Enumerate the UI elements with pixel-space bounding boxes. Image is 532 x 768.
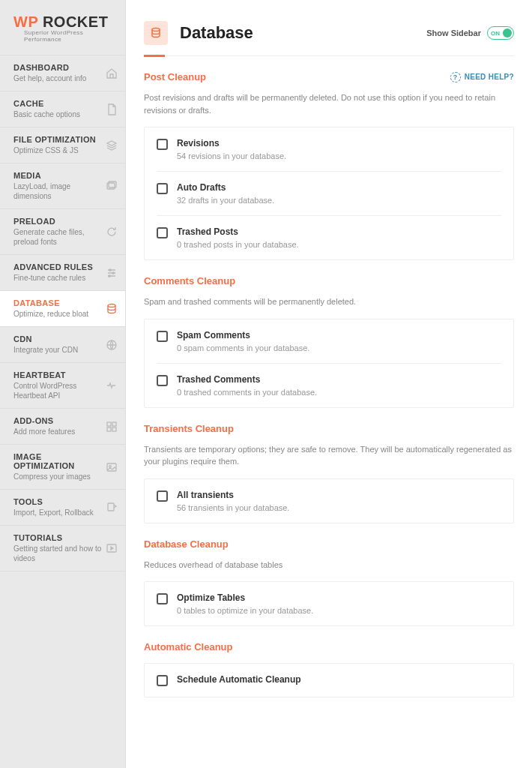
home-icon [106, 68, 118, 80]
svg-point-4 [109, 274, 110, 276]
sidebar-item-preload[interactable]: PRELOADGenerate cache files, preload fon… [0, 209, 125, 255]
nav-desc: Import, Export, Rollback [13, 508, 103, 518]
option-box: Spam Comments0 spam comments in your dat… [144, 319, 514, 408]
main-content: Database Show Sidebar ON Post Cleanup ? … [126, 0, 532, 768]
option-sub: 0 trashed comments in your database. [177, 388, 501, 397]
checkbox[interactable] [157, 490, 168, 502]
page-header: Database Show Sidebar ON [126, 0, 532, 56]
page-title: Database [180, 23, 253, 43]
section-title: Database Cleanup [144, 538, 229, 550]
section-database-cleanup: Database Cleanup Reduces overhead of dat… [126, 524, 532, 627]
need-help-link[interactable]: ? NEED HELP? [450, 72, 514, 82]
sidebar-item-advanced-rules[interactable]: ADVANCED RULESFine-tune cache rules [0, 255, 125, 291]
svg-point-15 [152, 28, 160, 32]
option-row: Auto Drafts32 drafts in your database. [157, 172, 501, 216]
section-transients-cleanup: Transients Cleanup Transients are tempor… [126, 408, 532, 524]
sidebar-item-dashboard[interactable]: DASHBOARDGet help, account info [0, 55, 125, 92]
logo-tagline: Superior WordPress Performance [24, 29, 115, 43]
checkbox[interactable] [157, 675, 168, 686]
option-title: Spam Comments [177, 330, 501, 340]
nav-desc: Basic cache options [13, 110, 103, 119]
need-help-label: NEED HELP? [465, 73, 514, 81]
option-row: Trashed Comments0 trashed comments in yo… [157, 364, 501, 407]
heartbeat-icon [106, 380, 118, 392]
option-sub: 32 drafts in your database. [177, 196, 501, 205]
show-sidebar-toggle[interactable]: ON [487, 26, 514, 40]
addons-icon [106, 421, 118, 433]
sidebar-item-tutorials[interactable]: TUTORIALSGetting started and how to vide… [0, 526, 125, 572]
nav-desc: Integrate your CDN [13, 345, 103, 355]
nav-title: ADD-ONS [13, 416, 103, 425]
option-row: Spam Comments0 spam comments in your dat… [157, 320, 501, 364]
header-rule [144, 56, 514, 56]
option-title: All transients [177, 490, 501, 500]
sidebar-item-heartbeat[interactable]: HEARTBEATControl WordPress Heartbeat API [0, 363, 125, 409]
section-title: Transients Cleanup [144, 423, 234, 434]
option-sub: 0 trashed posts in your database. [177, 240, 501, 249]
sidebar-item-database[interactable]: DATABASEOptimize, reduce bloat [0, 291, 125, 327]
nav-desc: Control WordPress Heartbeat API [13, 381, 103, 400]
svg-rect-13 [108, 503, 114, 511]
option-sub: 0 tables to optimize in your database. [177, 606, 501, 615]
database-icon [106, 303, 118, 315]
nav-title: HEARTBEAT [13, 370, 103, 380]
sidebar-item-cdn[interactable]: CDNIntegrate your CDN [0, 327, 125, 363]
nav-title: MEDIA [13, 171, 103, 180]
option-box: Schedule Automatic Cleanup [144, 663, 514, 698]
section-desc: Spam and trashed comments will be perman… [144, 296, 514, 308]
checkbox[interactable] [157, 593, 168, 604]
nav-desc: Compress your images [13, 472, 103, 482]
nav-title: FILE OPTIMIZATION [13, 135, 103, 144]
nav-desc: Get help, account info [13, 74, 103, 83]
section-automatic-cleanup: Automatic Cleanup Schedule Automatic Cle… [126, 626, 532, 698]
svg-point-12 [109, 465, 112, 467]
option-box: Revisions54 revisions in your database.A… [144, 127, 514, 260]
option-box: Optimize Tables0 tables to optimize in y… [144, 581, 514, 626]
svg-point-3 [112, 272, 114, 273]
nav-title: DATABASE [13, 298, 103, 308]
help-icon: ? [450, 72, 461, 82]
checkbox[interactable] [157, 183, 168, 194]
option-title: Revisions [177, 138, 501, 148]
nav-title: TOOLS [13, 497, 103, 506]
option-sub: 54 revisions in your database. [177, 152, 501, 160]
section-desc: Transients are temporary options; they a… [144, 443, 514, 468]
option-title: Trashed Comments [177, 374, 501, 385]
nav-list: DASHBOARDGet help, account infoCACHEBasi… [0, 55, 125, 572]
sliders-icon [106, 267, 118, 279]
svg-rect-7 [107, 422, 111, 426]
option-title: Schedule Automatic Cleanup [177, 674, 501, 685]
sidebar-item-image-optimization[interactable]: IMAGE OPTIMIZATIONCompress your images [0, 445, 125, 490]
play-icon [106, 542, 118, 554]
sidebar-item-media[interactable]: MEDIALazyLoad, image dimensions [0, 164, 125, 209]
svg-rect-10 [112, 428, 116, 431]
checkbox[interactable] [157, 331, 168, 342]
nav-title: DASHBOARD [13, 63, 103, 72]
image-opt-icon [106, 461, 118, 473]
nav-desc: Optimize, reduce bloat [13, 309, 103, 319]
nav-title: CACHE [13, 99, 103, 108]
nav-desc: Fine-tune cache rules [13, 273, 103, 283]
sidebar: WP ROCKET Superior WordPress Performance… [0, 0, 126, 768]
option-row: Schedule Automatic Cleanup [157, 664, 501, 697]
option-row: Optimize Tables0 tables to optimize in y… [157, 582, 501, 626]
svg-rect-8 [112, 422, 116, 426]
checkbox[interactable] [157, 139, 168, 150]
show-sidebar-label: Show Sidebar [426, 28, 481, 38]
svg-rect-9 [107, 428, 111, 431]
option-row: Revisions54 revisions in your database. [157, 128, 501, 172]
option-title: Optimize Tables [177, 592, 501, 603]
section-desc: Reduces overhead of database tables [144, 559, 514, 572]
nav-desc: LazyLoad, image dimensions [13, 182, 103, 201]
checkbox[interactable] [157, 375, 168, 386]
checkbox[interactable] [157, 227, 168, 238]
sidebar-item-cache[interactable]: CACHEBasic cache options [0, 92, 125, 128]
nav-title: TUTORIALS [13, 533, 103, 542]
refresh-icon [106, 226, 118, 238]
sidebar-item-add-ons[interactable]: ADD-ONSAdd more features [0, 409, 125, 445]
nav-title: ADVANCED RULES [13, 262, 103, 272]
sidebar-item-file-optimization[interactable]: FILE OPTIMIZATIONOptimize CSS & JS [0, 128, 125, 164]
nav-desc: Optimize CSS & JS [13, 146, 103, 155]
section-desc: Post revisions and drafts will be perman… [144, 92, 514, 116]
sidebar-item-tools[interactable]: TOOLSImport, Export, Rollback [0, 490, 125, 526]
